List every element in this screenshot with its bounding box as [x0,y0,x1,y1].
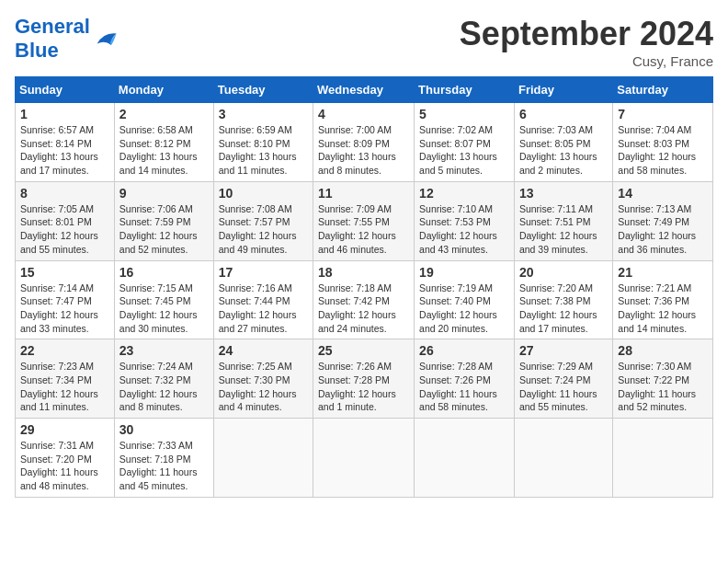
day-number: 17 [219,265,308,280]
days-header-row: Sunday Monday Tuesday Wednesday Thursday… [16,77,713,103]
calendar-cell: 9 Sunrise: 7:06 AM Sunset: 7:59 PM Dayli… [114,181,213,260]
day-detail: Sunrise: 7:11 AM Sunset: 7:51 PM Dayligh… [519,202,608,257]
calendar-cell: 24 Sunrise: 7:25 AM Sunset: 7:30 PM Dayl… [213,339,313,419]
calendar-cell: 18 Sunrise: 7:18 AM Sunset: 7:42 PM Dayl… [313,260,415,339]
calendar-cell: 2 Sunrise: 6:58 AM Sunset: 8:12 PM Dayli… [114,103,213,182]
header-tuesday: Tuesday [213,77,313,103]
day-number: 10 [219,186,308,201]
calendar-cell: 6 Sunrise: 7:03 AM Sunset: 8:05 PM Dayli… [514,103,612,182]
logo-text: General Blue [15,15,90,63]
day-number: 20 [519,265,608,280]
calendar-cell: 8 Sunrise: 7:05 AM Sunset: 8:01 PM Dayli… [16,181,115,260]
day-number: 23 [119,343,209,358]
day-detail: Sunrise: 7:09 AM Sunset: 7:55 PM Dayligh… [318,202,409,257]
month-title: September 2024 [460,15,713,53]
day-number: 24 [219,343,308,358]
day-number: 8 [20,186,109,201]
calendar-cell: 10 Sunrise: 7:08 AM Sunset: 7:57 PM Dayl… [213,181,313,260]
calendar-week-row: 29 Sunrise: 7:31 AM Sunset: 7:20 PM Dayl… [16,419,713,498]
day-detail: Sunrise: 7:05 AM Sunset: 8:01 PM Dayligh… [20,202,109,257]
calendar-cell: 14 Sunrise: 7:13 AM Sunset: 7:49 PM Dayl… [613,181,713,260]
day-detail: Sunrise: 7:23 AM Sunset: 7:34 PM Dayligh… [20,360,109,414]
day-detail: Sunrise: 7:24 AM Sunset: 7:32 PM Dayligh… [119,360,209,414]
calendar-cell: 3 Sunrise: 6:59 AM Sunset: 8:10 PM Dayli… [213,103,313,182]
day-number: 4 [318,107,409,121]
day-detail: Sunrise: 7:31 AM Sunset: 7:20 PM Dayligh… [20,439,109,493]
header-sunday: Sunday [16,77,115,103]
day-number: 19 [419,265,509,280]
calendar-cell: 20 Sunrise: 7:20 AM Sunset: 7:38 PM Dayl… [514,260,612,339]
day-detail: Sunrise: 7:20 AM Sunset: 7:38 PM Dayligh… [519,282,608,336]
day-detail: Sunrise: 7:21 AM Sunset: 7:36 PM Dayligh… [618,282,708,336]
calendar-cell: 5 Sunrise: 7:02 AM Sunset: 8:07 PM Dayli… [415,103,515,182]
day-number: 2 [119,107,209,121]
calendar-cell: 23 Sunrise: 7:24 AM Sunset: 7:32 PM Dayl… [114,339,213,419]
header-saturday: Saturday [613,77,713,103]
calendar-cell: 12 Sunrise: 7:10 AM Sunset: 7:53 PM Dayl… [415,181,515,260]
day-number: 6 [519,107,608,121]
calendar-cell: 21 Sunrise: 7:21 AM Sunset: 7:36 PM Dayl… [613,260,713,339]
day-number: 22 [20,343,109,358]
calendar-cell: 28 Sunrise: 7:30 AM Sunset: 7:22 PM Dayl… [613,339,713,419]
day-detail: Sunrise: 6:57 AM Sunset: 8:14 PM Dayligh… [20,123,109,178]
day-number: 28 [618,343,708,358]
day-number: 13 [519,186,608,201]
calendar-cell: 27 Sunrise: 7:29 AM Sunset: 7:24 PM Dayl… [514,339,612,419]
calendar-week-row: 22 Sunrise: 7:23 AM Sunset: 7:34 PM Dayl… [16,339,713,419]
header-wednesday: Wednesday [313,77,415,103]
calendar-week-row: 8 Sunrise: 7:05 AM Sunset: 8:01 PM Dayli… [16,181,713,260]
day-detail: Sunrise: 7:13 AM Sunset: 7:49 PM Dayligh… [618,202,708,257]
calendar-cell: 30 Sunrise: 7:33 AM Sunset: 7:18 PM Dayl… [114,419,213,498]
day-number: 12 [419,186,509,201]
logo-blue: Blue [15,39,59,62]
day-detail: Sunrise: 7:08 AM Sunset: 7:57 PM Dayligh… [219,202,308,257]
day-detail: Sunrise: 7:26 AM Sunset: 7:28 PM Dayligh… [318,360,409,414]
day-detail: Sunrise: 7:15 AM Sunset: 7:45 PM Dayligh… [119,282,209,336]
day-number: 9 [119,186,209,201]
calendar-cell: 25 Sunrise: 7:26 AM Sunset: 7:28 PM Dayl… [313,339,415,419]
header-thursday: Thursday [415,77,515,103]
day-number: 16 [119,265,209,280]
logo-bird-icon [92,26,118,52]
calendar-cell: 1 Sunrise: 6:57 AM Sunset: 8:14 PM Dayli… [16,103,115,182]
calendar-cell: 22 Sunrise: 7:23 AM Sunset: 7:34 PM Dayl… [16,339,115,419]
day-detail: Sunrise: 7:19 AM Sunset: 7:40 PM Dayligh… [419,282,509,336]
header-friday: Friday [514,77,612,103]
day-detail: Sunrise: 6:58 AM Sunset: 8:12 PM Dayligh… [119,123,209,178]
title-block: September 2024 Cusy, France [460,15,713,69]
calendar-cell [213,419,313,498]
day-number: 5 [419,107,509,121]
day-number: 18 [318,265,409,280]
calendar-week-row: 1 Sunrise: 6:57 AM Sunset: 8:14 PM Dayli… [16,103,713,182]
day-number: 29 [20,422,109,437]
day-number: 1 [20,107,109,121]
day-number: 30 [119,422,209,437]
calendar-cell [415,419,515,498]
day-number: 14 [618,186,708,201]
day-number: 11 [318,186,409,201]
day-detail: Sunrise: 7:02 AM Sunset: 8:07 PM Dayligh… [419,123,509,178]
calendar-cell: 29 Sunrise: 7:31 AM Sunset: 7:20 PM Dayl… [16,419,115,498]
day-number: 27 [519,343,608,358]
day-number: 25 [318,343,409,358]
header-monday: Monday [114,77,213,103]
day-detail: Sunrise: 7:16 AM Sunset: 7:44 PM Dayligh… [219,282,308,336]
day-detail: Sunrise: 7:30 AM Sunset: 7:22 PM Dayligh… [618,360,708,414]
calendar-cell: 19 Sunrise: 7:19 AM Sunset: 7:40 PM Dayl… [415,260,515,339]
day-number: 7 [618,107,708,121]
calendar-cell: 15 Sunrise: 7:14 AM Sunset: 7:47 PM Dayl… [16,260,115,339]
day-detail: Sunrise: 7:03 AM Sunset: 8:05 PM Dayligh… [519,123,608,178]
calendar-cell: 4 Sunrise: 7:00 AM Sunset: 8:09 PM Dayli… [313,103,415,182]
day-detail: Sunrise: 7:10 AM Sunset: 7:53 PM Dayligh… [419,202,509,257]
day-detail: Sunrise: 7:00 AM Sunset: 8:09 PM Dayligh… [318,123,409,178]
calendar-table: Sunday Monday Tuesday Wednesday Thursday… [15,76,713,498]
day-detail: Sunrise: 7:18 AM Sunset: 7:42 PM Dayligh… [318,282,409,336]
calendar-cell [514,419,612,498]
page-header: General Blue September 2024 Cusy, France [15,15,713,69]
location: Cusy, France [460,53,713,69]
calendar-body: 1 Sunrise: 6:57 AM Sunset: 8:14 PM Dayli… [16,103,713,498]
calendar-cell: 17 Sunrise: 7:16 AM Sunset: 7:44 PM Dayl… [213,260,313,339]
day-number: 3 [219,107,308,121]
day-detail: Sunrise: 7:06 AM Sunset: 7:59 PM Dayligh… [119,202,209,257]
day-detail: Sunrise: 7:29 AM Sunset: 7:24 PM Dayligh… [519,360,608,414]
